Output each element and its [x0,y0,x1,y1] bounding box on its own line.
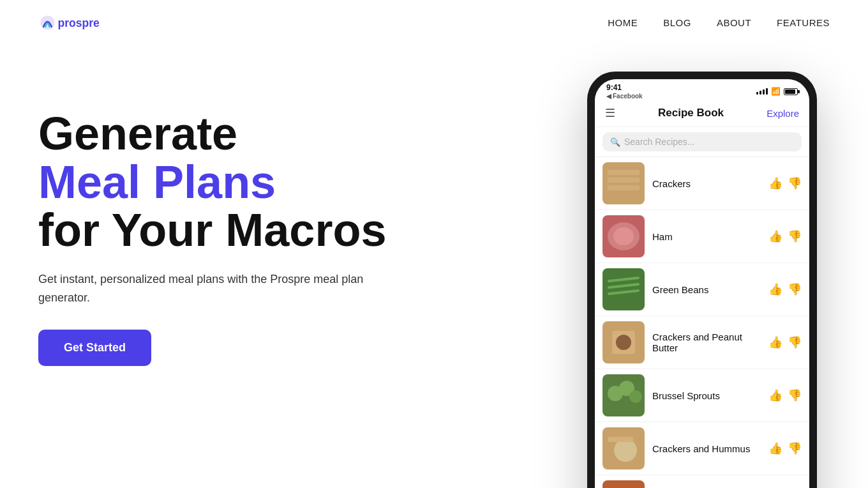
battery-icon [784,88,798,95]
recipe-item: Lentils 👍 👎 [595,475,809,488]
search-bar[interactable]: 🔍 Search Recipes... [602,132,802,151]
logo[interactable]: prospre [38,11,140,34]
explore-link[interactable]: Explore [767,108,799,119]
search-container: 🔍 Search Recipes... [595,127,809,157]
recipe-thumb [602,268,645,310]
nav-about-link[interactable]: ABOUT [717,17,751,28]
recipe-actions: 👍 👎 [768,335,802,349]
nav-features-link[interactable]: FEATURES [777,17,830,28]
svg-point-19 [629,390,642,403]
signal-bar-4 [766,88,768,95]
thumbs-up-button[interactable]: 👍 [768,388,782,402]
status-time: 9:41 [606,83,643,92]
recipe-thumb [602,374,645,416]
thumbs-up-button[interactable]: 👍 [768,441,782,455]
phone-inner: 9:41 ◀ Facebook 📶 [595,79,809,488]
phone-outer: 9:41 ◀ Facebook 📶 [587,72,817,488]
recipe-actions: 👍 👎 [768,441,802,455]
recipe-name: Brussel Sprouts [652,390,761,401]
recipe-thumb [602,480,645,488]
thumbs-down-button[interactable]: 👎 [788,335,802,349]
recipe-item: Crackers and Peanut Butter 👍 👎 [595,316,809,369]
nav-home[interactable]: HOME [608,17,638,29]
svg-rect-23 [602,480,645,488]
get-started-button[interactable]: Get Started [38,330,151,366]
recipe-actions: 👍 👎 [768,176,802,190]
nav-home-link[interactable]: HOME [608,17,638,28]
thumbs-down-button[interactable]: 👎 [788,282,802,296]
hero-text: Generate Meal Plans for Your Macros Get … [38,72,434,366]
search-placeholder: Search Recipes... [624,137,695,147]
navbar: prospre HOME BLOG ABOUT FEATURES [0,0,868,46]
back-label: Facebook [613,93,643,100]
recipe-item: Brussel Sprouts 👍 👎 [595,369,809,422]
back-chevron: ◀ [606,93,611,100]
wifi-icon: 📶 [771,87,781,96]
recipe-name: Green Beans [652,284,761,295]
recipe-actions: 👍 👎 [768,388,802,402]
recipe-name: Ham [652,231,761,242]
status-bar-back: ◀ Facebook [606,93,643,100]
recipe-actions: 👍 👎 [768,282,802,296]
svg-point-21 [614,439,637,462]
recipe-item: Crackers and Hummus 👍 👎 [595,422,809,475]
status-bar-right: 📶 [756,87,798,96]
recipe-item: Ham 👍 👎 [595,210,809,263]
hero-subtitle: Get instant, personalized meal plans wit… [38,270,370,307]
svg-rect-4 [608,178,640,183]
svg-rect-2 [602,162,645,204]
thumbs-down-button[interactable]: 👎 [788,176,802,190]
svg-rect-22 [608,437,633,442]
hero-title-line2: Meal Plans [38,158,434,207]
signal-bar-1 [756,92,758,95]
recipe-thumb [602,162,645,204]
svg-rect-5 [608,185,640,190]
recipe-thumb [602,215,645,257]
recipe-thumb [602,427,645,469]
status-bar-left: 9:41 ◀ Facebook [606,83,643,100]
thumbs-up-button[interactable]: 👍 [768,282,782,296]
svg-point-15 [616,335,631,350]
hero-section: Generate Meal Plans for Your Macros Get … [0,46,868,488]
signal-bar-3 [763,89,765,95]
recipe-name: Crackers and Hummus [652,443,761,454]
svg-text:prospre: prospre [57,17,100,29]
recipe-name: Crackers [652,178,761,189]
menu-icon[interactable]: ☰ [605,106,615,120]
status-bar: 9:41 ◀ Facebook 📶 [595,79,809,101]
nav-about[interactable]: ABOUT [717,17,751,29]
nav-features[interactable]: FEATURES [777,17,830,29]
thumbs-up-button[interactable]: 👍 [768,229,782,243]
thumbs-up-button[interactable]: 👍 [768,176,782,190]
signal-bar-2 [760,91,761,95]
thumbs-down-button[interactable]: 👎 [788,229,802,243]
nav-links: HOME BLOG ABOUT FEATURES [608,17,830,29]
phone-mockup: 9:41 ◀ Facebook 📶 [587,72,830,488]
recipe-list: Crackers 👍 👎 Ham 👍 👎 Green Beans 👍 👎 [595,157,809,488]
thumbs-down-button[interactable]: 👎 [788,388,802,402]
svg-point-8 [613,227,634,245]
signal-icon [756,88,768,95]
nav-blog[interactable]: BLOG [663,17,691,29]
app-title: Recipe Book [658,107,724,119]
thumbs-up-button[interactable]: 👍 [768,335,782,349]
recipe-item: Crackers 👍 👎 [595,157,809,210]
svg-rect-9 [602,268,645,310]
hero-title-line1: Generate [38,110,434,158]
recipe-actions: 👍 👎 [768,229,802,243]
recipe-name: Crackers and Peanut Butter [652,332,761,353]
thumbs-down-button[interactable]: 👎 [788,441,802,455]
recipe-item: Green Beans 👍 👎 [595,263,809,316]
hero-title-line3: for Your Macros [38,206,434,255]
app-header: ☰ Recipe Book Explore [595,101,809,127]
logo-svg: prospre [38,11,140,34]
recipe-thumb [602,321,645,363]
nav-blog-link[interactable]: BLOG [663,17,691,28]
battery-fill [785,89,795,94]
svg-rect-3 [608,170,640,175]
search-icon: 🔍 [610,137,620,147]
